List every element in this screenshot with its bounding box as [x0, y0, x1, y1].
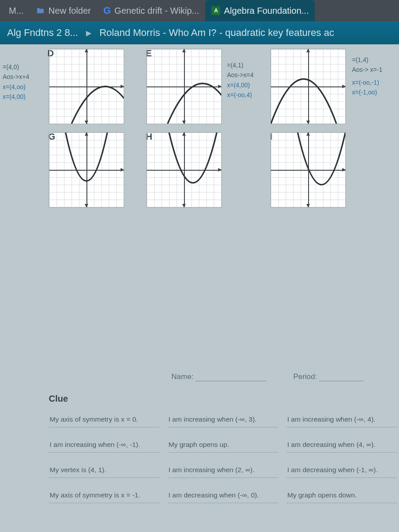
clue-cell: I am increasing when (-∞, 4).: [286, 415, 397, 427]
tab-label: M...: [9, 6, 23, 16]
interval-label: x=(4,00): [3, 92, 29, 102]
clue-cell: I am increasing when (-∞, 3).: [168, 415, 278, 427]
document-page: =(4,0) Aos->x+4 x=(4,oo) x=(4,00) D E =(…: [0, 44, 399, 532]
interval-label: x=(4,oo): [3, 82, 29, 92]
clue-cell: I am decreasing when (-∞, 0).: [168, 491, 278, 503]
clue-header: Clue: [49, 394, 381, 404]
tab-m[interactable]: M...: [3, 0, 30, 21]
name-label: Name:: [172, 372, 194, 381]
name-blank[interactable]: [196, 373, 266, 381]
graph-h: H: [146, 132, 222, 207]
breadcrumb-folder[interactable]: Alg Fndtns 2 8...: [7, 27, 78, 39]
worksheet-section: Name: Period: Clue My axis of symmetry i…: [31, 372, 381, 503]
clue-cell: My vertex is (4, 1).: [49, 466, 160, 478]
graph-g: G: [49, 132, 124, 207]
graph-f: [270, 49, 346, 124]
tab-label: Genetic drift - Wikip...: [114, 6, 199, 16]
clue-cell: My axis of symmetry is x = -1.: [49, 491, 160, 503]
chevron-right-icon: ▶: [86, 29, 91, 37]
tab-label: Algebra Foundation...: [224, 6, 309, 16]
tab-new-folder[interactable]: New folder: [30, 0, 97, 21]
breadcrumb-title: Roland Morris - Who Am I? - quadratic ke…: [99, 27, 334, 39]
tab-label: New folder: [48, 6, 91, 16]
parabola-curve: [147, 49, 221, 124]
clue-cell: My axis of symmetry is x = 0.: [49, 415, 160, 427]
parabola-curve: [147, 133, 221, 207]
vertex-label: =(1,4): [352, 55, 382, 65]
graph-d: D: [49, 49, 124, 124]
clue-cell: I am decreasing when (-1, ∞).: [286, 466, 397, 478]
labels-left-col: =(4,0) Aos->x+4 x=(4,oo) x=(4,00): [3, 62, 29, 102]
parabola-curve: [271, 49, 345, 124]
interval-label: x=(-oo,4): [227, 90, 254, 100]
aos-label: Aos->x=4: [227, 70, 254, 80]
google-icon: G: [103, 5, 111, 16]
interval-label: x=(-oo,-1): [352, 78, 382, 87]
vertex-label: =(4,0): [3, 62, 29, 72]
clue-cell: My graph opens up.: [168, 441, 278, 453]
graph-e: E: [146, 49, 222, 124]
vertex-label: =(4,1): [227, 60, 254, 70]
clue-cell: I am decreasing when (4, ∞).: [286, 441, 397, 453]
clue-cell: I am increasing when (2, ∞).: [168, 466, 278, 478]
period-blank[interactable]: [319, 373, 364, 381]
graph-i: I: [270, 132, 346, 207]
labels-right-col: =(1,4) Aos-> x=-1 x=(-oo,-1) x=(-1,oo): [352, 55, 382, 98]
browser-tab-strip: M... New folder G Genetic drift - Wikip.…: [0, 0, 399, 21]
aos-label: Aos-> x=-1: [352, 65, 382, 74]
tab-wikipedia[interactable]: G Genetic drift - Wikip...: [97, 0, 205, 21]
clue-cell: My graph opens down.: [286, 491, 397, 503]
folder-icon: [36, 6, 45, 15]
period-label: Period:: [293, 372, 317, 381]
interval-label: x=(4,00): [227, 80, 254, 90]
aos-label: Aos->x+4: [3, 72, 29, 82]
clue-cell: I am increasing when (-∞, -1).: [49, 441, 160, 453]
document-bar: Alg Fndtns 2 8... ▶ Roland Morris - Who …: [0, 21, 399, 44]
labels-mid-col: =(4,1) Aos->x=4 x=(4,00) x=(-oo,4): [227, 60, 254, 100]
interval-label: x=(-1,oo): [352, 87, 382, 97]
tab-algebra[interactable]: A Algebra Foundation...: [205, 0, 315, 21]
parabola-curve: [49, 49, 124, 124]
parabola-curve: [271, 133, 345, 207]
clue-grid: My axis of symmetry is x = 0. I am incre…: [49, 415, 381, 503]
parabola-curve: [49, 133, 124, 207]
aplus-icon: A: [211, 6, 220, 15]
